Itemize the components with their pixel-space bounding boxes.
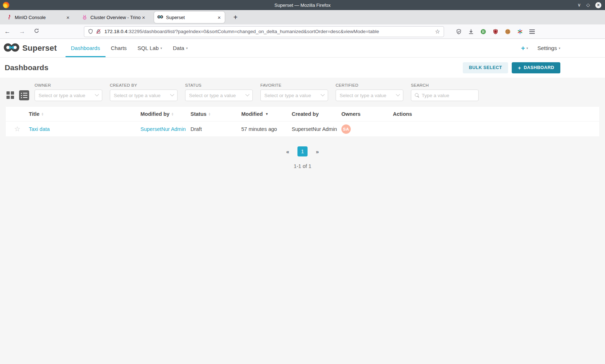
column-label: Created by xyxy=(292,111,319,117)
extension-star-icon[interactable] xyxy=(517,28,523,35)
created-by-cell: SupersetNur Admin xyxy=(292,126,341,132)
column-header-title[interactable]: Title ▲▼ xyxy=(29,111,140,117)
new-item-menu[interactable]: + ▾ xyxy=(521,45,528,51)
new-tab-button[interactable]: + xyxy=(230,13,241,22)
superset-icon xyxy=(157,14,163,20)
search-box[interactable] xyxy=(411,90,479,101)
page-1-button[interactable]: 1 xyxy=(297,146,308,156)
plus-icon: + xyxy=(518,65,521,70)
menu-icon[interactable] xyxy=(529,28,535,35)
chevron-down-icon xyxy=(245,92,249,96)
table-header-row: Title ▲▼ Modified by ▲▼ Status ▲▼ Modifi… xyxy=(6,107,599,121)
ublock-shield-icon[interactable] xyxy=(492,28,498,35)
nav-item-dashboards[interactable]: Dashboards xyxy=(66,39,106,57)
window-controls: ∨ ◇ × xyxy=(577,2,605,8)
column-header-modified-by[interactable]: Modified by ▲▼ xyxy=(140,111,191,117)
browser-tabbar: MinIO Console × Cluster Overview - Trino… xyxy=(0,10,605,24)
tab-close-icon[interactable]: × xyxy=(141,14,146,21)
navbar-right: + ▾ Settings ▾ xyxy=(521,45,560,51)
chevron-down-icon: ▾ xyxy=(186,46,188,50)
chevron-down-icon xyxy=(170,92,174,96)
next-page-button[interactable]: » xyxy=(316,149,319,155)
bookmark-star-icon[interactable]: ☆ xyxy=(435,28,440,35)
extension-green-icon[interactable] xyxy=(480,28,486,35)
main-nav: Dashboards Charts SQL Lab ▾ Data ▾ xyxy=(66,39,193,57)
column-header-status[interactable]: Status ▲▼ xyxy=(191,111,241,117)
owners-cell: SA xyxy=(341,124,393,134)
dashboard-title-link[interactable]: Taxi data xyxy=(29,126,50,132)
favorite-select[interactable]: Select or type a value xyxy=(260,90,328,101)
shield-check-icon[interactable] xyxy=(456,28,462,35)
filter-label: FAVORITE xyxy=(260,83,328,87)
trino-icon xyxy=(82,14,88,20)
filter-owner: OWNER Select or type a value xyxy=(35,83,102,101)
content-area: OWNER Select or type a value CREATED BY … xyxy=(0,78,605,364)
filter-label: CERTIFIED xyxy=(336,83,403,87)
card-view-icon[interactable] xyxy=(6,91,14,99)
cookie-icon[interactable] xyxy=(505,28,511,35)
new-dashboard-button[interactable]: + DASHBOARD xyxy=(512,62,560,73)
status-select[interactable]: Select or type a value xyxy=(185,90,253,101)
reload-button[interactable] xyxy=(30,28,44,35)
browser-window: Superset — Mozilla Firefox ∨ ◇ × MinIO C… xyxy=(0,0,605,364)
nav-label: Dashboards xyxy=(71,45,100,51)
certified-select[interactable]: Select or type a value xyxy=(336,90,403,101)
filter-label: SEARCH xyxy=(411,83,479,87)
url-bar[interactable]: 172.18.0.4:32295/dashboard/list/?pageInd… xyxy=(84,26,444,37)
plus-icon: + xyxy=(521,45,525,51)
tab-label: Cluster Overview - Trino xyxy=(90,15,141,20)
window-minimize-icon[interactable]: ∨ xyxy=(577,2,581,8)
favorite-cell: ☆ xyxy=(6,125,29,133)
superset-brand[interactable]: Superset xyxy=(4,43,57,54)
nav-item-data[interactable]: Data ▾ xyxy=(167,39,193,57)
tab-close-icon[interactable]: × xyxy=(66,14,70,21)
favorite-star-icon[interactable]: ☆ xyxy=(14,125,20,133)
url-host: 172.18.0.4 xyxy=(104,29,127,34)
created-by-select[interactable]: Select or type a value xyxy=(110,90,178,101)
insecure-lock-icon[interactable] xyxy=(96,29,101,34)
page-title: Dashboards xyxy=(5,63,48,72)
window-close-icon[interactable]: × xyxy=(595,2,601,8)
shield-permissions-icon[interactable] xyxy=(88,29,93,34)
column-header-modified[interactable]: Modified ▼ xyxy=(241,111,292,117)
window-maximize-icon[interactable]: ◇ xyxy=(586,2,590,8)
tab-close-icon[interactable]: × xyxy=(217,14,221,21)
filter-label: STATUS xyxy=(185,83,253,87)
page-header: Dashboards BULK SELECT + DASHBOARD xyxy=(0,58,605,78)
table-row: ☆ Taxi data SupersetNur Admin Draft 57 m… xyxy=(6,121,599,136)
owner-select[interactable]: Select or type a value xyxy=(35,90,102,101)
search-input[interactable] xyxy=(422,93,485,98)
nav-label: SQL Lab xyxy=(138,45,159,51)
sort-icon: ▲▼ xyxy=(171,112,174,116)
nav-label: Data xyxy=(173,45,184,51)
browser-tab-trino[interactable]: Cluster Overview - Trino × xyxy=(79,12,149,23)
owner-avatar[interactable]: SA xyxy=(341,124,351,134)
select-placeholder: Select or type a value xyxy=(114,93,171,98)
chevron-down-icon xyxy=(396,92,400,96)
bulk-select-button[interactable]: BULK SELECT xyxy=(463,62,508,73)
browser-tab-superset[interactable]: Superset × xyxy=(154,12,225,23)
pagination-summary: 1-1 of 1 xyxy=(0,163,605,169)
modified-by-link[interactable]: SupersetNur Admin xyxy=(140,126,186,132)
browser-toolbar: ← → 172.18.0.4:32295/dashboard/list/?pag… xyxy=(0,24,605,39)
nav-item-charts[interactable]: Charts xyxy=(106,39,132,57)
list-view-icon[interactable] xyxy=(19,90,29,100)
sort-desc-icon: ▼ xyxy=(265,112,269,116)
nav-item-sql-lab[interactable]: SQL Lab ▾ xyxy=(132,39,167,57)
column-header-created-by: Created by xyxy=(292,111,341,117)
settings-menu[interactable]: Settings ▾ xyxy=(537,45,560,51)
downloads-icon[interactable] xyxy=(468,28,474,35)
prev-page-button[interactable]: « xyxy=(286,149,289,155)
column-label: Title xyxy=(29,111,40,117)
nav-label: Charts xyxy=(111,45,127,51)
status-cell: Draft xyxy=(191,126,241,132)
forward-button[interactable]: → xyxy=(15,28,30,35)
browser-tab-minio[interactable]: MinIO Console × xyxy=(3,12,73,23)
filter-certified: CERTIFIED Select or type a value xyxy=(336,83,403,101)
select-placeholder: Select or type a value xyxy=(264,93,321,98)
filter-created-by: CREATED BY Select or type a value xyxy=(110,83,178,101)
filter-search: SEARCH xyxy=(411,83,479,101)
url-text[interactable]: 172.18.0.4:32295/dashboard/list/?pageInd… xyxy=(104,29,432,34)
chevron-down-icon: ▾ xyxy=(526,46,528,50)
back-button[interactable]: ← xyxy=(0,28,15,35)
